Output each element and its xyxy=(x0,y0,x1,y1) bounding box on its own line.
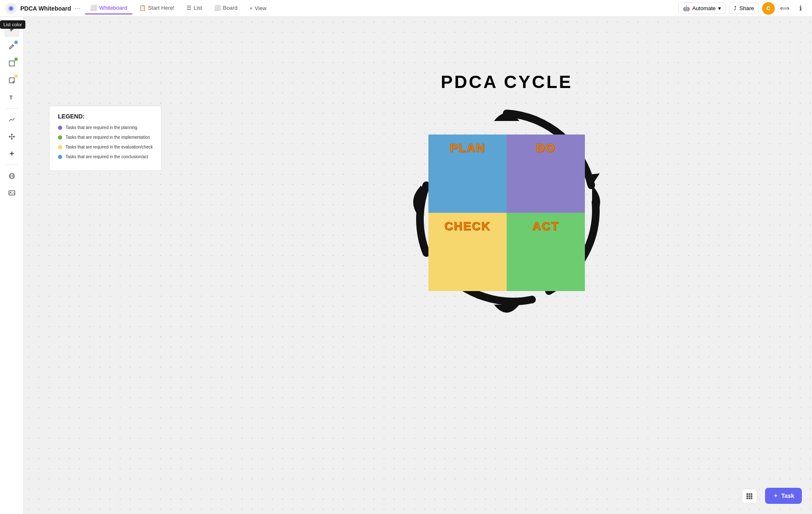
task-button[interactable]: ＋ Task xyxy=(765,488,802,504)
list-tab-icon: ☰ xyxy=(187,5,192,11)
canvas[interactable]: LEGEND: Tasks that are required in the p… xyxy=(24,17,812,514)
legend-item-4: Tasks that are required in the conclusio… xyxy=(58,154,153,159)
svg-rect-24 xyxy=(751,498,752,499)
pdca-act-label: ACT xyxy=(532,220,560,233)
whiteboard-tab-icon: ⬜ xyxy=(90,5,97,11)
legend-text-planning: Tasks that are required in the planning xyxy=(66,125,137,130)
shape-dot xyxy=(14,58,18,61)
share-icon: ⤴ xyxy=(734,5,737,11)
start-here-tab-label: Start Here! xyxy=(148,5,175,11)
share-button[interactable]: ⤴ Share xyxy=(729,3,759,14)
left-bump xyxy=(413,185,421,219)
info-button[interactable]: ℹ xyxy=(794,2,807,15)
share-label: Share xyxy=(739,5,754,11)
fit-to-screen-button[interactable]: ⟺ xyxy=(778,2,791,15)
avatar[interactable]: C xyxy=(762,2,775,15)
svg-rect-19 xyxy=(746,495,748,497)
automate-chevron-icon: ▾ xyxy=(718,5,721,11)
legend-text-evaluation: Tasks that are required in the evaluatio… xyxy=(66,144,153,150)
tab-whiteboard[interactable]: ⬜ Whiteboard xyxy=(85,2,132,14)
automate-icon: 🤖 xyxy=(683,5,690,11)
legend-item-2: Tasks that are required in the implement… xyxy=(58,135,153,140)
tool-sticky[interactable] xyxy=(4,73,19,88)
automate-label: Automate xyxy=(692,5,716,11)
tab-view[interactable]: + View xyxy=(244,3,272,14)
board-tab-label: Board xyxy=(223,5,238,11)
task-plus-icon: ＋ xyxy=(773,492,779,500)
topbar: PDCA Whiteboard ··· ⬜ Whiteboard 📋 Start… xyxy=(0,0,812,17)
pdca-card-check[interactable]: CHECK xyxy=(428,213,507,291)
sidebar-divider-1 xyxy=(5,108,18,109)
svg-rect-2 xyxy=(9,61,14,66)
topbar-right: 🤖 Automate ▾ ⤴ Share C ⟺ ℹ xyxy=(678,2,807,15)
pdca-diagram-container: PDCA CYCLE xyxy=(359,72,655,325)
app-title: PDCA Whiteboard xyxy=(20,5,71,12)
pdca-card-act[interactable]: ACT xyxy=(507,213,585,291)
list-tab-label: List xyxy=(194,5,202,11)
svg-rect-3 xyxy=(9,78,14,83)
svg-point-1 xyxy=(9,7,13,10)
bottom-bump xyxy=(494,305,519,313)
legend-dot-planning xyxy=(58,126,62,130)
pdca-diagram: PLAN DO CHECK ACT xyxy=(401,101,612,325)
legend-dot-conclusion xyxy=(58,155,62,159)
tool-globe[interactable] xyxy=(4,168,19,184)
legend-item-3: Tasks that are required in the evaluatio… xyxy=(58,144,153,150)
pdca-card-plan[interactable]: PLAN xyxy=(428,135,507,213)
automate-button[interactable]: 🤖 Automate ▾ xyxy=(678,3,726,14)
tool-text[interactable]: T xyxy=(4,90,19,105)
view-tab-icon: + xyxy=(250,5,253,11)
svg-text:T: T xyxy=(9,94,13,101)
legend-item-1: Tasks that are required in the planning xyxy=(58,125,153,130)
board-tab-icon: ⬜ xyxy=(214,5,221,11)
tab-board[interactable]: ⬜ Board xyxy=(209,2,243,14)
pdca-do-label: DO xyxy=(536,141,556,155)
svg-rect-17 xyxy=(749,493,750,495)
legend-panel: LEGEND: Tasks that are required in the p… xyxy=(49,106,162,171)
svg-rect-18 xyxy=(751,493,752,495)
legend-title: LEGEND: xyxy=(58,113,153,120)
svg-point-6 xyxy=(11,134,13,135)
app-logo xyxy=(5,3,17,14)
view-tab-label: View xyxy=(255,5,266,11)
tab-list[interactable]: ☰ List xyxy=(181,2,207,14)
legend-dot-evaluation xyxy=(58,145,62,149)
svg-rect-20 xyxy=(749,495,750,497)
pdca-title: PDCA CYCLE xyxy=(359,72,655,92)
legend-dot-implementation xyxy=(58,135,62,140)
task-label: Task xyxy=(781,492,794,499)
pdca-grid: PLAN DO CHECK ACT xyxy=(428,135,585,291)
start-here-tab-icon: 📋 xyxy=(139,5,146,11)
whiteboard-tab-label: Whiteboard xyxy=(99,5,127,11)
tab-start-here[interactable]: 📋 Start Here! xyxy=(134,2,180,14)
title-more-button[interactable]: ··· xyxy=(74,5,80,12)
svg-rect-21 xyxy=(751,495,752,497)
legend-text-implementation: Tasks that are required in the implement… xyxy=(66,135,150,140)
legend-text-conclusion: Tasks that are required in the conclusio… xyxy=(66,154,148,159)
sidebar: T xyxy=(0,17,24,514)
svg-point-7 xyxy=(13,136,15,137)
pdca-plan-label: PLAN xyxy=(450,141,485,155)
sidebar-divider-2 xyxy=(5,165,18,165)
pdca-card-do[interactable]: DO xyxy=(507,135,585,213)
svg-rect-23 xyxy=(749,498,750,499)
svg-rect-22 xyxy=(746,498,748,499)
pdca-check-label: CHECK xyxy=(444,220,491,233)
svg-rect-16 xyxy=(746,493,748,495)
tool-nodes[interactable] xyxy=(4,129,19,144)
sticky-dot xyxy=(14,74,18,78)
tool-image[interactable] xyxy=(4,185,19,201)
svg-point-8 xyxy=(11,138,13,140)
grid-button[interactable] xyxy=(742,489,757,504)
avatar-letter: C xyxy=(766,5,770,11)
tool-sparkle[interactable] xyxy=(4,146,19,161)
pen-dot xyxy=(14,41,18,44)
list-color-tooltip: List color xyxy=(0,20,25,29)
tool-pen[interactable] xyxy=(4,39,19,54)
tool-draw[interactable] xyxy=(4,112,19,127)
svg-point-5 xyxy=(9,136,11,137)
tool-shape[interactable] xyxy=(4,56,19,71)
